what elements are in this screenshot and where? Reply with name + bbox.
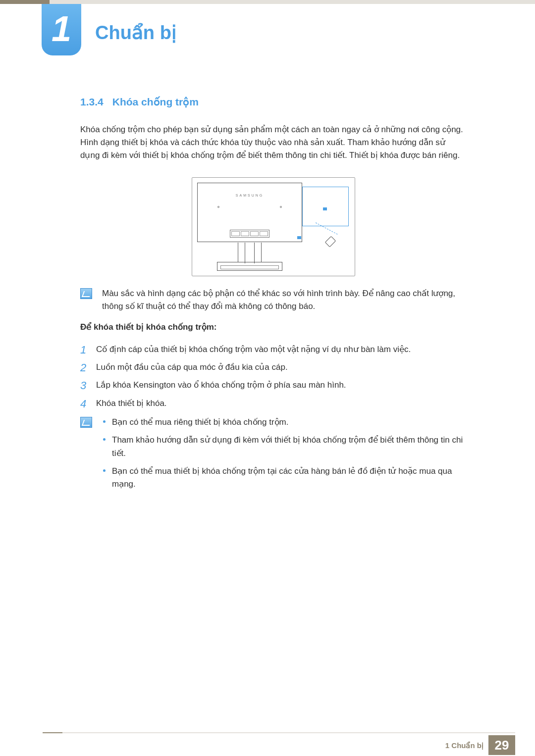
footer-chapter-label: 1 Chuẩn bị	[445, 741, 483, 750]
screw-icon	[280, 206, 282, 208]
page-content: 1.3.4Khóa chống trộm Khóa chống trộm cho…	[80, 94, 467, 496]
step-number: 2	[80, 359, 86, 376]
screw-icon	[217, 206, 219, 208]
note-text: Màu sắc và hình dạng các bộ phận có thể …	[102, 287, 467, 313]
step-number: 4	[80, 396, 86, 412]
step-text: Lắp khóa Kensington vào ổ khóa chống trộ…	[96, 380, 346, 390]
bullet-item: Bạn có thể mua riêng thiết bị khóa chống…	[102, 416, 467, 429]
lock-slot-icon	[297, 236, 301, 239]
bullet-list: Bạn có thể mua riêng thiết bị khóa chống…	[102, 416, 467, 496]
section-heading: 1.3.4Khóa chống trộm	[80, 94, 467, 110]
step-item: 1 Cố định cáp của thiết bị khóa chống tr…	[80, 343, 467, 356]
step-text: Luồn một đầu của cáp qua móc ở đầu kia c…	[96, 362, 288, 372]
section-number: 1.3.4	[80, 96, 104, 107]
step-number: 1	[80, 342, 86, 358]
lock-cable-line	[307, 222, 337, 250]
bullet-item: Tham khảo hướng dẫn sử dụng đi kèm với t…	[102, 434, 467, 460]
step-item: 4 Khóa thiết bị khóa.	[80, 397, 467, 410]
bullet-text: Bạn có thể mua thiết bị khóa chống trộm …	[112, 466, 452, 489]
note-icon	[80, 288, 92, 299]
lock-callout-box	[302, 187, 349, 226]
step-text: Khóa thiết bị khóa.	[96, 399, 167, 408]
section-title: Khóa chống trộm	[112, 96, 199, 107]
top-strip	[0, 0, 535, 4]
step-item: 2 Luồn một đầu của cáp qua móc ở đầu kia…	[80, 361, 467, 374]
steps-list: 1 Cố định cáp của thiết bị khóa chống tr…	[80, 343, 467, 410]
chapter-number: 1	[52, 9, 71, 49]
step-item: 3 Lắp khóa Kensington vào ổ khóa chống t…	[80, 379, 467, 392]
step-text: Cố định cáp của thiết bị khóa chống trộm…	[96, 345, 411, 354]
steps-heading: Để khóa thiết bị khóa chống trộm:	[80, 321, 467, 334]
lock-diagram: SAMSUNG	[192, 177, 355, 276]
page-footer: 1 Chuẩn bị 29	[0, 732, 535, 756]
footer-divider	[43, 732, 515, 733]
note-block: Màu sắc và hình dạng các bộ phận có thể …	[80, 287, 467, 313]
chapter-title: Chuẩn bị	[95, 22, 177, 44]
note-block: Bạn có thể mua riêng thiết bị khóa chống…	[80, 416, 467, 496]
chapter-badge: 1	[42, 4, 81, 55]
step-number: 3	[80, 377, 86, 394]
page-number: 29	[488, 735, 515, 755]
brand-label: SAMSUNG	[198, 193, 302, 199]
monitor-back-outline: SAMSUNG	[197, 183, 302, 242]
base-outline	[217, 262, 282, 271]
intro-paragraph: Khóa chống trộm cho phép bạn sử dụng sản…	[80, 123, 467, 162]
bullet-text: Bạn có thể mua riêng thiết bị khóa chống…	[112, 417, 288, 427]
bullet-text: Tham khảo hướng dẫn sử dụng đi kèm với t…	[112, 435, 463, 457]
lock-slot-icon	[323, 207, 327, 210]
port-panel	[230, 230, 269, 238]
bullet-item: Bạn có thể mua thiết bị khóa chống trộm …	[102, 465, 467, 491]
note-icon	[80, 417, 92, 428]
neck-outline	[245, 243, 255, 263]
